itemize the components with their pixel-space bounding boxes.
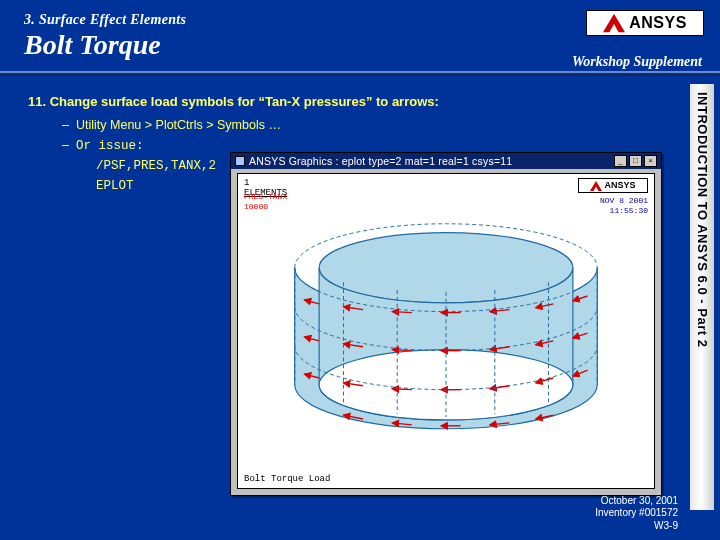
svg-line-4 <box>392 312 412 313</box>
plot-canvas: 1 ELEMENTS PRES-TANX 10000 ANSYS NOV 8 2… <box>237 173 655 489</box>
window-title: ANSYS Graphics : eplot type=2 mat=1 real… <box>249 155 512 167</box>
sidebar-text: INTRODUCTION TO ANSYS 6.0 - Part 2 <box>695 92 710 347</box>
ring-graphic <box>250 214 642 458</box>
step-text: Change surface load symbols for “Tan-X p… <box>50 94 439 109</box>
maximize-button[interactable]: □ <box>629 155 642 167</box>
ansys-badge-icon <box>590 181 602 191</box>
plot-load-label: PRES-TANX <box>244 192 287 202</box>
footer-page: W3-9 <box>595 520 678 533</box>
workshop-supplement-label: Workshop Supplement <box>572 54 702 70</box>
ansys-logo-icon <box>603 13 625 33</box>
plot-load-value: 10000 <box>244 202 287 212</box>
footer-date: October 30, 2001 <box>595 495 678 508</box>
svg-line-11 <box>392 350 412 351</box>
window-icon <box>235 156 245 166</box>
bullet-b: Or issue: <box>76 139 144 153</box>
sidebar-title-strip: INTRODUCTION TO ANSYS 6.0 - Part 2 <box>690 84 714 510</box>
close-button[interactable]: × <box>644 155 657 167</box>
plot-caption: Bolt Torque Load <box>244 474 330 484</box>
bullet-a: Utility Menu > PlotCtrls > Symbols … <box>76 118 281 132</box>
graphics-window: ANSYS Graphics : eplot type=2 mat=1 real… <box>230 152 662 496</box>
svg-line-18 <box>392 389 412 390</box>
plot-date: NOV 8 2001 <box>578 196 648 206</box>
step-number: 11. <box>28 94 46 109</box>
window-titlebar: ANSYS Graphics : eplot type=2 mat=1 real… <box>231 153 661 169</box>
ansys-logo: ANSYS <box>586 10 704 36</box>
ansys-logo-text: ANSYS <box>629 14 687 32</box>
plot-index: 1 <box>244 178 287 188</box>
minimize-button[interactable]: _ <box>614 155 627 167</box>
ansys-badge-text: ANSYS <box>604 180 635 191</box>
footer-inventory: Inventory #001572 <box>595 507 678 520</box>
